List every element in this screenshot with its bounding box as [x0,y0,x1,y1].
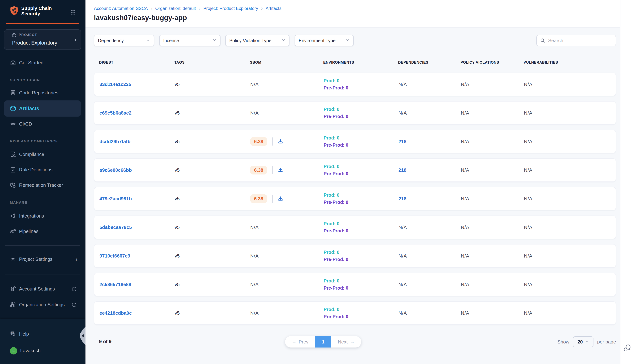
info-icon[interactable] [72,286,77,293]
sidebar-item-help[interactable]: ? Help [0,328,86,340]
sbom-cell: N/A [250,110,324,116]
policy-violations-value: N/A [461,196,469,202]
environments-cell: Prod: 0Pre-Prod: 0 [324,135,399,148]
main-content: Account: Automation-SSCA › Organization:… [86,0,620,364]
digest-link[interactable]: a9c6e00c66bb [99,167,132,173]
dependencies-cell: N/A [399,224,461,230]
filter-license[interactable]: License [159,35,220,46]
vulnerabilities-cell: N/A [524,82,616,87]
page-1-button[interactable]: 1 [315,336,331,348]
sidebar-item-remediation-tracker[interactable]: Remediation Tracker [0,180,86,190]
project-name: Product Exploratory [12,40,57,46]
sidebar-item-account-settings[interactable]: Account Settings [0,283,86,294]
dependencies-link[interactable]: 218 [399,196,406,202]
digest-link[interactable]: 33d114e1c225 [99,82,131,87]
prev-page-button[interactable]: ← Prev [285,336,315,348]
sidebar-item-pipelines[interactable]: Pipelines [0,226,86,237]
user-menu[interactable]: L Lavakush [0,351,86,362]
breadcrumb-artifacts[interactable]: Artifacts [266,6,281,11]
table-row: 33d114e1c225v5N/AProd: 0Pre-Prod: 0N/AN/… [94,72,616,96]
app-switcher-grid-icon[interactable] [71,10,76,16]
sidebar: Supply Chain Security PROJECT Product Ex… [0,0,86,364]
tag-value: v5 [175,82,180,87]
info-icon[interactable] [72,302,77,309]
sidebar-item-compliance[interactable]: Compliance [0,149,86,160]
dependencies-link[interactable]: 218 [399,167,406,173]
policy-violations-value: N/A [461,253,469,258]
pipeline-nodes-icon [10,228,16,234]
page-size-select[interactable]: 20 [573,336,593,347]
sidebar-item-cicd[interactable]: CI/CD [0,118,86,130]
digest-cell: 9710cf6667c9 [99,253,175,259]
sidebar-item-rule-definitions[interactable]: Rule Definitions [0,164,86,175]
sbom-download-button[interactable] [278,167,283,173]
box-wrench-icon [10,182,16,188]
arrow-left-icon: ← [292,339,296,345]
digest-link[interactable]: 5dab9caa79c5 [99,224,132,230]
digest-cell: 5dab9caa79c5 [99,224,175,230]
sidebar-item-integrations[interactable]: Integrations [0,210,86,222]
environments-preprod: Pre-Prod: 0 [324,200,399,205]
digest-link[interactable]: 9710cf6667c9 [99,253,130,258]
shield-logo-icon [10,6,18,17]
sbom-cell: N/A [250,224,324,230]
vulnerabilities-value: N/A [524,167,532,173]
breadcrumb-project[interactable]: Project: Product Exploratory [203,6,258,11]
sidebar-item-artifacts[interactable]: Artifacts [4,100,81,116]
sbom-download-button[interactable] [278,139,283,144]
digest-link[interactable]: c69c5b6a8ae2 [99,110,132,116]
environments-prod: Prod: 0 [324,135,399,140]
tags-cell: v5 [175,282,250,288]
vulnerabilities-cell: N/A [524,310,616,316]
policy-violations-value: N/A [461,139,469,144]
tag-value: v5 [175,282,180,287]
environments-preprod: Pre-Prod: 0 [324,142,399,148]
sidebar-item-get-started[interactable]: Get Started [0,57,86,68]
policy-violations-value: N/A [461,82,469,87]
section-header-manage: MANAGE [10,200,28,204]
vulnerabilities-value: N/A [524,224,532,230]
pager: ← Prev 1 Next → [285,336,361,348]
sbom-cell: N/A [250,310,324,316]
digest-link[interactable]: 2c5365718e88 [99,282,131,287]
column-header-sbom: SBOM [250,60,323,64]
pagination-summary: 9 of 9 [99,339,112,344]
sidebar-item-project-settings[interactable]: Project Settings › [0,254,86,265]
sbom-download-button[interactable] [278,196,283,202]
breadcrumb-organization[interactable]: Organization: default [155,6,196,11]
sbom-value: N/A [250,310,259,316]
policy-violations-cell: N/A [461,110,524,116]
dependencies-link[interactable]: 218 [399,139,406,144]
environments-cell: Prod: 0Pre-Prod: 0 [324,192,399,205]
digest-link[interactable]: 479e2acd981b [99,196,132,202]
sidebar-item-code-repositories[interactable]: Code Repositories [0,87,86,98]
filter-dependency[interactable]: Dependency [94,35,154,46]
filter-environment-type[interactable]: Environment Type [295,35,354,46]
app-logo[interactable]: Supply Chain Security [0,0,86,22]
infinity-icon [10,121,16,127]
chevron-right-icon: › [76,256,77,262]
feedback-chat-icon[interactable] [623,343,632,354]
divider [5,245,80,246]
environments-cell: Prod: 0Pre-Prod: 0 [324,307,399,319]
project-selector[interactable]: PROJECT Product Exploratory › [4,29,81,50]
sidebar-item-organization-settings[interactable]: Organization Settings [0,299,86,310]
table-row: a9c6e00c66bbv56.38Prod: 0Pre-Prod: 0218N… [94,158,616,182]
sbom-score-badge: 6.38 [250,166,267,174]
environments-preprod: Pre-Prod: 0 [324,171,399,176]
sbom-cell: 6.38 [250,166,324,174]
tag-value: v5 [175,139,180,144]
digest-cell: a9c6e00c66bb [99,167,175,173]
home-icon [10,60,16,66]
breadcrumb-account[interactable]: Account: Automation-SSCA [94,6,148,11]
environments-cell: Prod: 0Pre-Prod: 0 [324,278,399,291]
svg-text:?: ? [12,332,13,334]
sbom-value: N/A [250,224,259,230]
filter-policy-violation-type[interactable]: Policy Violation Type [225,35,289,46]
digest-link[interactable]: dcdd29b7fafb [99,139,130,144]
digest-link[interactable]: ee4218cdba0c [99,310,132,316]
search-input[interactable] [548,38,612,44]
tag-value: v5 [175,110,180,116]
column-header-environments: ENVIRONMENTS [323,60,398,64]
next-page-button[interactable]: Next → [331,336,361,348]
